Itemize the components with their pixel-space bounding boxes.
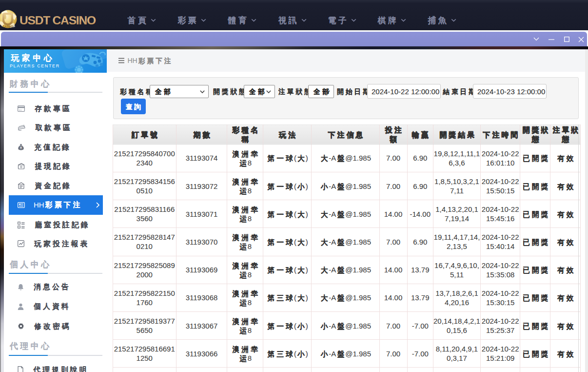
svg-text:¥: ¥ [20,146,22,149]
svg-text:CASINO: CASINO [2,25,13,28]
svg-text:USDT CASINO: USDT CASINO [20,14,96,27]
